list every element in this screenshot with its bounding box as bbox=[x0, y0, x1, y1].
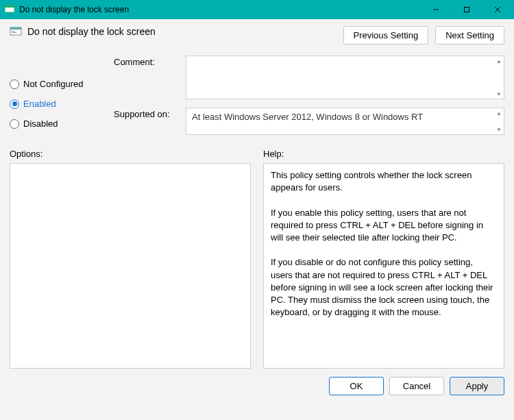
supported-on-text: At least Windows Server 2012, Windows 8 … bbox=[186, 108, 504, 135]
ok-button[interactable]: OK bbox=[329, 377, 384, 395]
scroll-up-icon[interactable]: ▲ bbox=[495, 58, 502, 64]
svg-rect-7 bbox=[10, 27, 21, 29]
options-label: Options: bbox=[10, 149, 251, 159]
comment-textarea[interactable]: ▲ ▼ bbox=[186, 55, 504, 99]
radio-label: Disabled bbox=[23, 119, 58, 129]
supported-on-value: At least Windows Server 2012, Windows 8 … bbox=[192, 112, 423, 122]
policy-subtitle: Do not display the lock screen bbox=[27, 26, 156, 37]
close-button[interactable] bbox=[482, 0, 513, 19]
radio-disabled[interactable]: Disabled bbox=[10, 119, 106, 129]
radio-icon bbox=[10, 99, 19, 109]
cancel-button[interactable]: Cancel bbox=[389, 377, 444, 395]
previous-setting-button[interactable]: Previous Setting bbox=[343, 26, 429, 45]
window-title: Do not display the lock screen bbox=[19, 5, 420, 14]
svg-rect-1 bbox=[5, 5, 14, 8]
footer: OK Cancel Apply bbox=[0, 369, 514, 405]
supported-label: Supported on: bbox=[114, 108, 179, 135]
maximize-button[interactable] bbox=[451, 0, 482, 19]
radio-icon bbox=[10, 119, 19, 129]
next-setting-button[interactable]: Next Setting bbox=[435, 26, 504, 45]
comment-label: Comment: bbox=[114, 55, 179, 99]
scroll-down-icon[interactable]: ▼ bbox=[495, 90, 502, 97]
radio-not-configured[interactable]: Not Configured bbox=[10, 79, 106, 89]
radio-label: Not Configured bbox=[23, 79, 83, 89]
radio-enabled[interactable]: Enabled bbox=[10, 99, 106, 109]
policy-icon bbox=[4, 4, 15, 15]
apply-button[interactable]: Apply bbox=[450, 377, 504, 395]
minimize-button[interactable] bbox=[420, 0, 451, 19]
subhead: Do not display the lock screen bbox=[10, 26, 156, 37]
svg-rect-9 bbox=[12, 32, 16, 33]
options-panel bbox=[10, 163, 251, 369]
help-label: Help: bbox=[263, 149, 504, 159]
scroll-up-icon[interactable]: ▲ bbox=[495, 110, 502, 116]
svg-rect-8 bbox=[12, 31, 15, 32]
titlebar: Do not display the lock screen bbox=[0, 0, 514, 19]
help-panel[interactable]: This policy setting controls whether the… bbox=[263, 163, 504, 369]
radio-icon bbox=[10, 79, 19, 89]
scroll-down-icon[interactable]: ▼ bbox=[495, 126, 502, 133]
policy-small-icon bbox=[10, 26, 22, 37]
radio-label: Enabled bbox=[23, 99, 56, 109]
svg-rect-3 bbox=[464, 8, 469, 12]
